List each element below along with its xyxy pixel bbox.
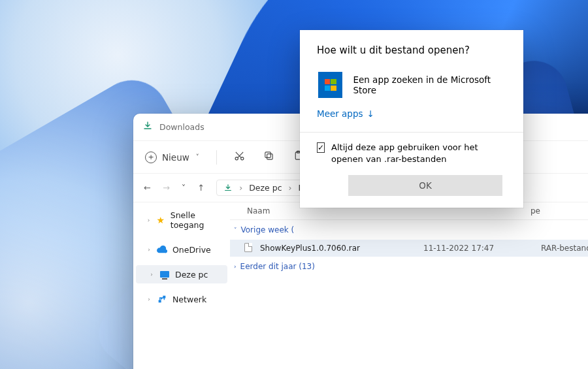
file-name: ShowKeyPlus1.0.7060.rar bbox=[255, 244, 423, 253]
downloads-icon bbox=[223, 184, 233, 193]
crumb-root[interactable]: Deze pc bbox=[249, 183, 282, 193]
svg-point-0 bbox=[235, 157, 238, 160]
plus-icon: + bbox=[145, 152, 157, 163]
option-label: Een app zoeken in de Microsoft Store bbox=[353, 74, 506, 95]
chevron-right-icon: › bbox=[146, 217, 151, 223]
nav-buttons: ← → ˅ ↑ bbox=[144, 183, 204, 193]
always-use-checkbox[interactable]: ✓ bbox=[317, 142, 325, 153]
svg-point-1 bbox=[240, 157, 243, 160]
sidebar-item-label: OneDrive bbox=[172, 245, 211, 255]
always-use-row: ✓ Altijd deze app gebruiken voor het ope… bbox=[317, 142, 508, 175]
sidebar-item-onedrive[interactable]: › OneDrive bbox=[133, 240, 230, 259]
cut-button[interactable] bbox=[234, 150, 245, 164]
column-header-type[interactable]: pe bbox=[531, 206, 588, 216]
arrow-down-icon: ↓ bbox=[367, 108, 374, 119]
sidebar-item-label: Deze pc bbox=[175, 270, 208, 280]
separator bbox=[300, 132, 523, 133]
navigation-pane: › ★ Snelle toegang › OneDrive › Deze pc … bbox=[133, 202, 230, 369]
group-header-earlier-year[interactable]: › Eerder dit jaar (13) bbox=[230, 257, 588, 276]
forward-button: → bbox=[163, 183, 170, 193]
dialog-title: Hoe wilt u dit bestand openen? bbox=[317, 44, 508, 56]
chevron-right-icon: › bbox=[239, 183, 242, 193]
back-button[interactable]: ← bbox=[144, 183, 151, 193]
chevron-right-icon: › bbox=[289, 183, 292, 193]
ok-button[interactable]: OK bbox=[348, 175, 502, 196]
cloud-icon bbox=[157, 244, 167, 255]
sidebar-item-label: Snelle toegang bbox=[171, 210, 223, 230]
up-button[interactable]: ↑ bbox=[197, 183, 204, 193]
more-apps-label: Meer apps bbox=[317, 108, 363, 119]
clipboard-tools bbox=[234, 150, 304, 164]
sidebar-item-this-pc[interactable]: › Deze pc bbox=[136, 265, 227, 283]
window-title: Downloads bbox=[159, 122, 204, 132]
file-row[interactable]: ShowKeyPlus1.0.7060.rar 11-11-2022 17:47… bbox=[230, 240, 588, 257]
chevron-right-icon: › bbox=[234, 263, 237, 270]
chevron-right-icon: › bbox=[149, 271, 154, 278]
downloads-folder-icon bbox=[142, 121, 153, 134]
copy-button[interactable] bbox=[263, 150, 274, 164]
file-date: 11-11-2022 17:47 bbox=[423, 244, 541, 253]
column-header-date[interactable] bbox=[413, 206, 531, 216]
microsoft-store-icon bbox=[318, 72, 342, 98]
svg-rect-3 bbox=[265, 152, 271, 158]
more-apps-link[interactable]: Meer apps ↓ bbox=[317, 104, 508, 129]
file-type: RAR-bestand bbox=[541, 244, 588, 253]
sidebar-item-network[interactable]: › Netwerk bbox=[133, 290, 230, 308]
group-label: Eerder dit jaar (13) bbox=[240, 262, 315, 271]
monitor-icon bbox=[159, 269, 170, 280]
column-header-name[interactable]: Naam bbox=[230, 206, 413, 216]
network-icon bbox=[157, 294, 167, 304]
chevron-right-icon: › bbox=[146, 296, 152, 302]
file-icon bbox=[242, 243, 255, 254]
new-button-label: Nieuw bbox=[162, 152, 189, 163]
open-with-dialog: Hoe wilt u dit bestand openen? Een app z… bbox=[300, 30, 523, 208]
group-label: Vorige week ( bbox=[241, 225, 295, 234]
sidebar-item-quick-access[interactable]: › ★ Snelle toegang bbox=[133, 206, 230, 234]
sidebar-item-label: Netwerk bbox=[172, 295, 206, 304]
always-use-label: Altijd deze app gebruiken voor het opene… bbox=[331, 142, 508, 165]
new-button[interactable]: + Nieuw ˅ bbox=[145, 152, 199, 163]
chevron-right-icon: › bbox=[146, 246, 152, 253]
chevron-down-icon: ˅ bbox=[234, 227, 237, 233]
group-header-last-week[interactable]: ˅ Vorige week ( bbox=[230, 220, 588, 240]
option-microsoft-store[interactable]: Een app zoeken in de Microsoft Store bbox=[317, 68, 508, 104]
chevron-down-icon: ˅ bbox=[196, 153, 199, 161]
svg-rect-2 bbox=[267, 154, 272, 160]
separator bbox=[216, 150, 217, 165]
recent-locations-button[interactable]: ˅ bbox=[182, 183, 186, 193]
star-icon: ★ bbox=[156, 215, 165, 225]
file-list: Naam pe ˅ Vorige week ( ShowKeyPlus1.0.7… bbox=[230, 202, 588, 369]
